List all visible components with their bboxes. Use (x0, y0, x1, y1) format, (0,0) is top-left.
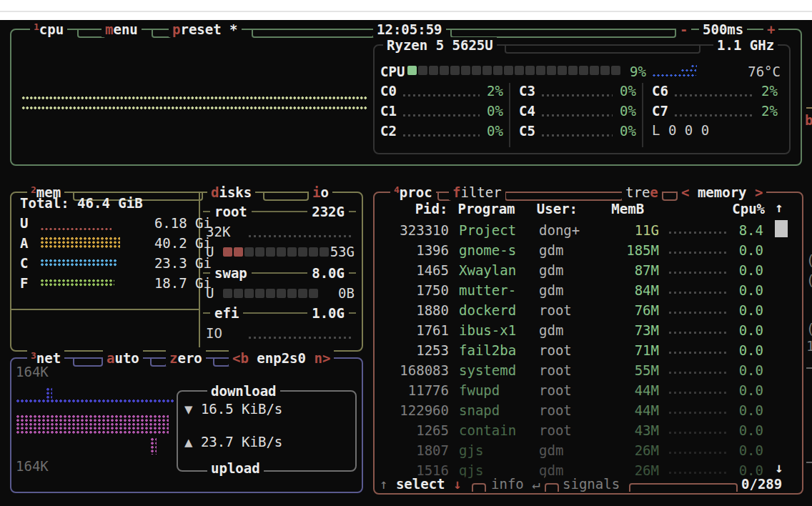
select-control[interactable]: ↑ select ↓ (376, 476, 465, 492)
process-mem: 84M (608, 282, 659, 298)
menu-button[interactable]: menu (102, 21, 142, 37)
net-scale-top: 164K (16, 363, 49, 380)
process-row[interactable]: 1880 dockerd root 76M 0.0 (379, 300, 765, 320)
clock: 12:05:59 (373, 21, 446, 37)
tree-toggle[interactable]: tree (622, 184, 662, 200)
edge-fragment-dash (806, 462, 812, 463)
leader-dots (668, 251, 729, 254)
download-speed-row: ▼ 16.5 KiB/s (184, 400, 282, 417)
disk-root-size: 232G (307, 204, 349, 219)
io-toggle[interactable]: io (309, 184, 332, 200)
leader-dots (668, 451, 729, 455)
upload-label: upload (207, 460, 264, 476)
process-name: dockerd (459, 302, 530, 318)
net-upload-blip (150, 437, 157, 455)
sort-column-switcher[interactable]: < memory > (678, 184, 766, 200)
net-auto-toggle[interactable]: auto (103, 350, 143, 366)
core-label: C7 (652, 103, 668, 119)
core-percent: 2% (485, 83, 503, 99)
net-border-dip (73, 357, 103, 367)
process-row[interactable]: 11776 fwupd root 44M 0.0 (379, 380, 765, 400)
leader-dots (668, 391, 729, 395)
process-row[interactable]: 168083 systemd root 55M 0.0 (379, 360, 765, 380)
mem-free-graph (40, 279, 114, 287)
net-download-blip (46, 387, 52, 399)
proc-box-number: 4 (394, 184, 400, 195)
process-pid: 11776 (379, 382, 449, 398)
preset-button[interactable]: preset * (169, 21, 242, 37)
process-user: root (539, 422, 608, 438)
cpu-history-graph-line2 (21, 106, 367, 110)
edge-fragment: 1 (806, 337, 812, 354)
cpu-usage-meter (407, 66, 620, 75)
core-label: C5 (519, 123, 535, 139)
process-row[interactable]: 1265 contain root 43M 0.0 (379, 420, 765, 440)
mem-used-graph (40, 227, 112, 231)
leader-dots (673, 94, 754, 97)
process-row[interactable]: 1761 ibus-x1 gdm 73M 0.0 (379, 320, 765, 340)
process-mem: 55M (608, 362, 659, 378)
download-speed: 16.5 KiB/s (201, 401, 282, 417)
mem-box-number: 2 (31, 184, 36, 195)
header-mem[interactable]: MemB (604, 201, 662, 217)
process-mem: 87M (608, 262, 659, 278)
process-user: root (539, 302, 608, 318)
signals-button[interactable]: signals (559, 476, 623, 492)
process-mem: 26M (608, 442, 659, 458)
disks-toggle[interactable]: disks (207, 184, 255, 200)
disk-swap-size: 8.0G (307, 265, 349, 281)
process-pid: 168083 (379, 362, 449, 378)
scroll-down-icon[interactable]: ↓ (775, 459, 783, 476)
cpu-model: Ryzen 5 5625U (383, 37, 497, 53)
process-row[interactable]: 1396 gnome-s gdm 185M 0.0 (379, 240, 765, 260)
load-average: L 0 0 0 (652, 121, 709, 139)
filter-button[interactable]: filter (449, 184, 505, 200)
core-percent: 0% (618, 123, 636, 139)
select-down-icon[interactable]: ↓ (453, 476, 461, 492)
process-cpu: 0.0 (729, 342, 763, 358)
process-row[interactable]: 1750 mutter- gdm 84M 0.0 (379, 280, 765, 300)
rate-decrease-button[interactable]: - (676, 21, 691, 37)
proc-footer-bump (629, 483, 738, 492)
process-row[interactable]: 122960 snapd root 44M 0.0 (379, 400, 765, 420)
info-button[interactable]: info ↵ (487, 476, 544, 492)
process-row[interactable]: 1465 Xwaylan gdm 87M 0.0 (379, 260, 765, 280)
process-mem: 44M (608, 402, 659, 418)
upload-arrow-icon: ▲ (184, 434, 192, 450)
process-row[interactable]: 1253 fail2ba root 71M 0.0 (379, 340, 765, 360)
process-user: root (539, 402, 608, 418)
header-cpu[interactable]: Cpu% (731, 201, 765, 217)
rate-increase-button[interactable]: + (763, 21, 778, 37)
net-border-dip (213, 357, 230, 367)
header-program[interactable]: Program (457, 201, 528, 217)
net-interface-switcher[interactable]: <b enp2s0 n> (229, 350, 334, 366)
leader-dots (668, 311, 729, 314)
process-mem: 76M (608, 302, 659, 318)
disk-swap-used-meter (223, 289, 318, 298)
select-up-icon[interactable]: ↑ (380, 476, 387, 492)
header-pid[interactable]: Pid: (379, 201, 447, 217)
cpu-detail-dip (505, 44, 700, 54)
leader-dots (540, 94, 613, 97)
process-row[interactable]: 323310 Project dong+ 11G 8.4 (379, 220, 765, 240)
process-row[interactable]: 1807 gjs gdm 26M 0.0 (379, 440, 765, 460)
disk-efi-size: 1.0G (307, 305, 349, 321)
process-name: fwupd (459, 382, 530, 398)
leader-dots (668, 431, 729, 435)
process-name: gjs (459, 442, 530, 458)
core-percent: 0% (618, 103, 636, 119)
proc-table-header: Pid: Program User: MemB Cpu% (379, 199, 765, 219)
core-percent: 2% (759, 103, 778, 119)
edge-fragment: ( (806, 320, 812, 337)
process-name: fail2ba (459, 342, 530, 358)
process-name: Xwaylan (459, 262, 530, 278)
process-mem: 44M (608, 382, 659, 398)
process-cpu: 0.0 (729, 382, 763, 398)
leader-dots (668, 371, 729, 374)
header-user[interactable]: User: (537, 201, 604, 217)
process-user: root (539, 382, 608, 398)
scrollbar-thumb[interactable] (775, 220, 788, 237)
sort-direction-icon[interactable]: ↑ (775, 199, 783, 216)
cpu-mini-graph (680, 69, 696, 72)
net-zero-toggle[interactable]: zero (166, 350, 206, 366)
